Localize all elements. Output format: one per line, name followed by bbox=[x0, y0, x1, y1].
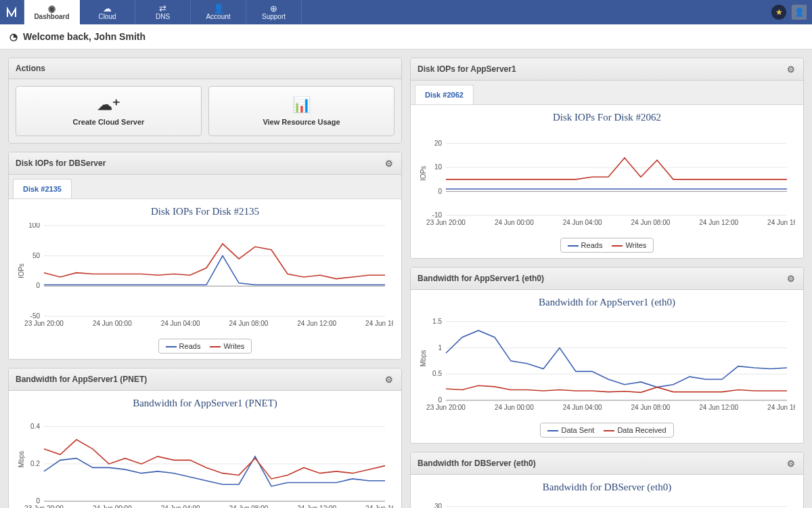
action-create cloud server[interactable]: ☁⁺ Create Cloud Server bbox=[16, 86, 202, 136]
action-label: View Resource Usage bbox=[263, 118, 340, 126]
chart-host: Disk IOPs For Disk #2135 -5005010023 Jun… bbox=[9, 199, 401, 359]
svg-text:-10: -10 bbox=[432, 211, 443, 219]
svg-text:50: 50 bbox=[32, 252, 41, 259]
chart-svg: -5005010023 Jun 20:0024 Jun 00:0024 Jun … bbox=[14, 223, 393, 331]
panel-appserver1-bw-eth0: Bandwidth for AppServer1 (eth0) ⚙ Bandwi… bbox=[410, 267, 804, 444]
action-icon: ☁⁺ bbox=[97, 96, 120, 114]
chart-svg: 010203023 Jun 20:0024 Jun 00:0024 Jun 04… bbox=[416, 499, 795, 508]
svg-text:1: 1 bbox=[438, 344, 442, 352]
chart-host: Disk IOPs For Disk #2062 -100102023 Jun … bbox=[411, 105, 803, 258]
legend-item: Reads bbox=[568, 241, 603, 249]
legend-item: Data Sent bbox=[547, 426, 594, 434]
legend: Data SentData Received bbox=[416, 423, 798, 438]
svg-text:24 Jun 04:00: 24 Jun 04:00 bbox=[563, 219, 602, 226]
welcome-bar: ◔ Welcome back, John Smith bbox=[0, 24, 812, 49]
subtabs: Disk #2135 bbox=[9, 175, 401, 199]
nav-tab-support[interactable]: ⊕Support bbox=[246, 0, 302, 24]
subtab-disk #2062[interactable]: Disk #2062 bbox=[415, 85, 474, 104]
gear-icon[interactable]: ⚙ bbox=[384, 158, 394, 169]
svg-text:23 Jun 20:00: 23 Jun 20:00 bbox=[24, 505, 64, 508]
svg-text:0.4: 0.4 bbox=[30, 423, 40, 430]
action-label: Create Cloud Server bbox=[73, 118, 145, 126]
gear-icon[interactable]: ⚙ bbox=[786, 273, 796, 284]
gear-icon[interactable]: ⚙ bbox=[384, 374, 394, 385]
panel-title: Bandwidth for AppServer1 (eth0) bbox=[418, 274, 544, 283]
welcome-text: Welcome back, John Smith bbox=[23, 31, 145, 42]
panel-header: Actions bbox=[9, 58, 401, 79]
svg-text:24 Jun 00:00: 24 Jun 00:00 bbox=[93, 505, 132, 508]
panel-header: Disk IOPs for AppServer1 ⚙ bbox=[411, 58, 803, 81]
brand-logo[interactable] bbox=[0, 0, 24, 24]
svg-text:24 Jun 04:00: 24 Jun 04:00 bbox=[161, 505, 200, 508]
svg-text:24 Jun 04:00: 24 Jun 04:00 bbox=[563, 404, 602, 411]
svg-text:23 Jun 20:00: 23 Jun 20:00 bbox=[426, 219, 466, 226]
panel-appserver1-iops: Disk IOPs for AppServer1 ⚙ Disk #2062 Di… bbox=[410, 58, 804, 259]
panel-dbserver-iops: Disk IOPs for DBServer ⚙ Disk #2135 Disk… bbox=[8, 152, 402, 360]
svg-text:0.2: 0.2 bbox=[30, 460, 40, 467]
svg-text:24 Jun 08:00: 24 Jun 08:00 bbox=[229, 320, 268, 327]
svg-text:24 Jun 00:00: 24 Jun 00:00 bbox=[495, 404, 534, 411]
panel-title: Disk IOPs for AppServer1 bbox=[418, 64, 516, 74]
svg-text:IOPs: IOPs bbox=[18, 263, 25, 278]
panel-header: Bandwidth for AppServer1 (PNET) ⚙ bbox=[9, 368, 401, 391]
action-view resource usage[interactable]: 📊 View Resource Usage bbox=[208, 86, 394, 136]
chart-host: Bandwidth for DBServer (eth0) 010203023 … bbox=[411, 475, 803, 508]
svg-text:24 Jun 16:00: 24 Jun 16:00 bbox=[767, 219, 795, 226]
svg-text:24 Jun 08:00: 24 Jun 08:00 bbox=[229, 505, 268, 508]
panel-appserver1-bw-pnet: Bandwidth for AppServer1 (PNET) ⚙ Bandwi… bbox=[8, 368, 402, 508]
nav-tab-dashboard[interactable]: ◉Dashboard bbox=[24, 0, 80, 24]
panel-actions: Actions ☁⁺ Create Cloud Server 📊 View Re… bbox=[8, 58, 402, 144]
svg-text:0: 0 bbox=[438, 188, 442, 195]
svg-text:20: 20 bbox=[434, 140, 443, 147]
svg-text:24 Jun 08:00: 24 Jun 08:00 bbox=[631, 219, 670, 226]
chart-title: Bandwidth for AppServer1 (eth0) bbox=[416, 297, 798, 308]
svg-text:23 Jun 20:00: 23 Jun 20:00 bbox=[426, 404, 466, 411]
nav-tab-dns[interactable]: ⇄DNS bbox=[135, 0, 191, 24]
svg-text:24 Jun 00:00: 24 Jun 00:00 bbox=[495, 219, 534, 226]
chart-host: Bandwidth for AppServer1 (eth0) 00.511.5… bbox=[411, 290, 803, 443]
svg-text:100: 100 bbox=[28, 223, 40, 229]
legend-item: Reads bbox=[166, 342, 201, 350]
svg-text:24 Jun 16:00: 24 Jun 16:00 bbox=[365, 320, 393, 327]
legend-item: Writes bbox=[210, 342, 244, 350]
action-icon: 📊 bbox=[292, 96, 311, 114]
svg-text:24 Jun 16:00: 24 Jun 16:00 bbox=[767, 404, 795, 411]
svg-text:24 Jun 12:00: 24 Jun 12:00 bbox=[297, 505, 336, 508]
panel-header: Bandwidth for AppServer1 (eth0) ⚙ bbox=[411, 268, 803, 290]
svg-text:Mbps: Mbps bbox=[420, 350, 427, 366]
svg-text:0: 0 bbox=[438, 396, 442, 404]
nav-tab-account[interactable]: 👤Account bbox=[191, 0, 246, 24]
subtabs: Disk #2062 bbox=[411, 81, 803, 105]
panel-title: Actions bbox=[16, 64, 45, 73]
chart-svg: 00.20.423 Jun 20:0024 Jun 00:0024 Jun 04… bbox=[14, 415, 393, 508]
nav-tab-cloud[interactable]: ☁Cloud bbox=[80, 0, 135, 24]
svg-text:30: 30 bbox=[434, 503, 443, 508]
account-icon: 👤 bbox=[213, 4, 224, 13]
svg-text:24 Jun 08:00: 24 Jun 08:00 bbox=[631, 404, 670, 411]
svg-text:Mbps: Mbps bbox=[18, 451, 25, 467]
panel-title: Disk IOPs for DBServer bbox=[16, 158, 106, 168]
svg-text:24 Jun 12:00: 24 Jun 12:00 bbox=[699, 404, 738, 411]
user-avatar[interactable]: 👤 bbox=[792, 5, 807, 20]
svg-text:-50: -50 bbox=[30, 312, 41, 320]
svg-text:24 Jun 16:00: 24 Jun 16:00 bbox=[365, 505, 393, 508]
panel-title: Bandwidth for DBServer (eth0) bbox=[418, 459, 536, 468]
dashboard-icon: ◉ bbox=[48, 4, 55, 13]
support-icon: ⊕ bbox=[270, 4, 277, 13]
subtab-disk #2135[interactable]: Disk #2135 bbox=[13, 179, 72, 198]
favorites-icon[interactable]: ★ bbox=[771, 5, 786, 20]
panel-dbserver-bw-eth0: Bandwidth for DBServer (eth0) ⚙ Bandwidt… bbox=[410, 452, 804, 508]
svg-text:1.5: 1.5 bbox=[432, 318, 442, 325]
gear-icon[interactable]: ⚙ bbox=[786, 64, 796, 75]
chart-svg: -100102023 Jun 20:0024 Jun 00:0024 Jun 0… bbox=[416, 129, 795, 230]
svg-text:24 Jun 04:00: 24 Jun 04:00 bbox=[161, 320, 200, 327]
svg-text:0.5: 0.5 bbox=[432, 370, 442, 377]
cloud-icon: ☁ bbox=[103, 4, 112, 13]
welcome-icon: ◔ bbox=[9, 31, 18, 42]
gear-icon[interactable]: ⚙ bbox=[786, 458, 796, 469]
chart-svg: 00.511.523 Jun 20:0024 Jun 00:0024 Jun 0… bbox=[416, 314, 795, 415]
legend-item: Data Received bbox=[604, 426, 666, 434]
legend: ReadsWrites bbox=[14, 339, 396, 354]
chart-title: Disk IOPs For Disk #2135 bbox=[14, 206, 396, 217]
svg-text:10: 10 bbox=[434, 163, 443, 171]
